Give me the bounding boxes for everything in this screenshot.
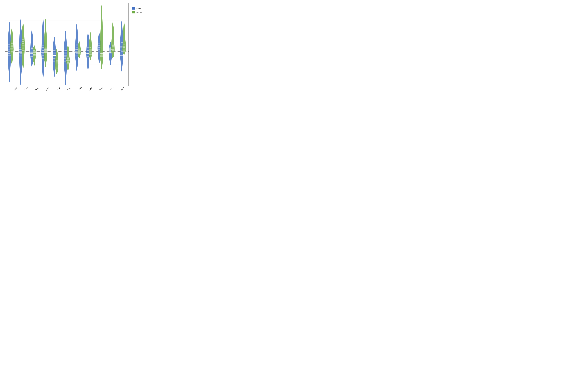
violin-svg [5, 3, 129, 86]
legend-color-box [132, 7, 135, 9]
violin [111, 21, 114, 58]
legend-item: Tumor [132, 7, 144, 9]
chart-area: 171615141312 [5, 3, 129, 90]
y-axis-label [1, 3, 5, 90]
legend-color-box [132, 11, 135, 13]
legend-label: Tumor [136, 7, 141, 9]
violin [89, 32, 92, 60]
violin [122, 21, 126, 55]
legend-item: Normal [132, 11, 144, 13]
violin [30, 29, 34, 67]
chart-container: 171615141312 [1, 2, 146, 90]
violin [52, 37, 56, 77]
legend-label: Normal [136, 11, 142, 13]
legend: TumorNormal [131, 4, 146, 17]
x-axis: BLCABRCACOADHNSCKICHKIRCLUADLUSCPRADTHCA… [5, 86, 129, 90]
plot-area: 171615141312 [5, 3, 129, 86]
violin [100, 5, 104, 69]
